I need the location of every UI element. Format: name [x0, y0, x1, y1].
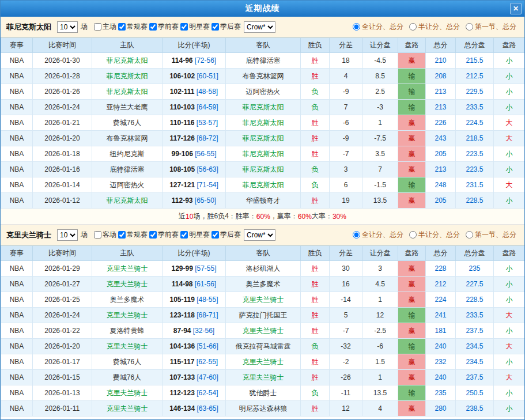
radio-input[interactable] — [466, 23, 473, 31]
full-score: 114-98 — [172, 280, 193, 288]
checkbox-input[interactable] — [211, 23, 219, 31]
over-under-cell: 大 — [494, 115, 525, 131]
point-diff-cell: -2 — [330, 354, 362, 370]
checkbox-input[interactable] — [211, 231, 219, 239]
match-row: NBA2026-01-24亚特兰大老鹰110-103 [64-59]菲尼克斯太阳… — [1, 100, 525, 115]
total-line-cell: 233.5 — [456, 100, 494, 115]
filter-bar-cavaliers: 克里夫兰骑士 10 场 客场常规赛季前赛明星赛季后赛 Crow* 全让分、总分半… — [1, 225, 524, 245]
column-header: 盘路 — [398, 246, 426, 261]
away-team-cell: 克里夫兰骑士 — [226, 370, 301, 385]
table-head: 赛事比赛时间主队比分(半场)客队胜负分差让分盘盘路总分总分盘盘路 — [1, 246, 525, 261]
match-date-cell: 2026-01-15 — [33, 370, 92, 385]
league-cell: NBA — [1, 53, 33, 69]
checkbox-input[interactable] — [149, 231, 157, 239]
over-under-cell: 小 — [494, 385, 525, 401]
filter-radio[interactable]: 第一节、总分 — [466, 22, 516, 32]
games-count-select[interactable]: 10 — [57, 21, 78, 33]
handicap-result-cell: 输 — [398, 177, 426, 193]
half-score: [51-66] — [195, 342, 218, 350]
away-team-cell: 菲尼克斯太阳 — [226, 177, 301, 193]
full-score: 104-136 — [169, 342, 195, 350]
total-points-cell: 240 — [426, 370, 456, 385]
column-header: 比分(半场) — [163, 246, 226, 261]
radio-input[interactable] — [466, 231, 473, 239]
filter-checkbox[interactable]: 季后赛 — [211, 230, 241, 240]
half-score: [64-59] — [195, 103, 218, 111]
handicap-line-cell: 3 — [362, 261, 398, 277]
handicap-result-cell: 赢 — [398, 401, 426, 417]
filter-checkbox[interactable]: 季前赛 — [149, 22, 179, 32]
radio-input[interactable] — [409, 23, 417, 31]
checkbox-input[interactable] — [118, 23, 126, 31]
score-cell: 123-118 [68-71] — [163, 308, 226, 323]
radio-input[interactable] — [409, 231, 417, 239]
filter-radio[interactable]: 全让分、总分 — [353, 230, 403, 240]
full-score: 99-106 — [171, 150, 192, 158]
win-loss-cell: 胜 — [301, 69, 330, 84]
filter-checkbox[interactable]: 主场 — [94, 22, 116, 32]
total-line-cell: 231.5 — [456, 177, 494, 193]
filter-radio[interactable]: 半让分、总分 — [409, 22, 460, 32]
checkbox-input[interactable] — [94, 23, 101, 31]
filter-checkbox[interactable]: 客场 — [94, 230, 116, 240]
close-button[interactable]: ✕ — [510, 3, 522, 14]
match-row: NBA2026-01-20克里夫兰骑士104-136 [51-66]俄克拉荷马城… — [1, 339, 525, 354]
filter-checkbox-group: 客场常规赛季前赛明星赛季后赛 — [94, 230, 241, 240]
filter-checkbox[interactable]: 明星赛 — [180, 22, 210, 32]
over-under-cell: 大 — [494, 339, 525, 354]
filter-checkbox[interactable]: 常规赛 — [118, 22, 148, 32]
handicap-line-cell: 4.5 — [362, 277, 398, 292]
win-loss-cell: 胜 — [301, 146, 330, 162]
filter-checkbox[interactable]: 季前赛 — [149, 230, 179, 240]
filter-checkbox[interactable]: 明星赛 — [180, 230, 210, 240]
checkbox-input[interactable] — [118, 231, 126, 239]
odds-company-select[interactable]: Crow* — [244, 229, 275, 241]
column-header: 总分盘 — [456, 38, 494, 53]
league-cell: NBA — [1, 177, 33, 193]
league-cell: NBA — [1, 193, 33, 209]
away-team-cell: 洛杉矶湖人 — [226, 261, 301, 277]
games-count-select[interactable]: 10 — [57, 229, 78, 241]
home-team-cell: 底特律活塞 — [92, 162, 163, 177]
checkbox-input[interactable] — [180, 231, 188, 239]
filter-checkbox[interactable]: 季后赛 — [211, 22, 241, 32]
win-loss-cell: 胜 — [301, 370, 330, 385]
radio-input[interactable] — [353, 231, 360, 239]
match-date-cell: 2026-01-14 — [33, 177, 92, 193]
win-loss-cell: 胜 — [301, 354, 330, 370]
match-date-cell: 2026-01-22 — [33, 323, 92, 339]
handicap-result-cell: 赢 — [398, 292, 426, 308]
total-line-cell: 234.5 — [456, 339, 494, 354]
radio-input[interactable] — [353, 23, 360, 31]
checkbox-input[interactable] — [149, 23, 157, 31]
filter-radio[interactable]: 半让分、总分 — [409, 230, 460, 240]
column-header: 比赛时间 — [33, 38, 92, 53]
league-cell: NBA — [1, 277, 33, 292]
point-diff-cell: -14 — [330, 292, 362, 308]
win-loss-cell: 胜 — [301, 323, 330, 339]
total-line-cell: 229.5 — [456, 84, 494, 100]
filter-radio[interactable]: 全让分、总分 — [353, 22, 403, 32]
odds-company-select[interactable]: Crow* — [244, 21, 275, 33]
score-cell: 127-121 [71-54] — [163, 177, 226, 193]
over-under-cell: 小 — [494, 292, 525, 308]
checkbox-input[interactable] — [94, 231, 101, 239]
total-line-cell: 224.5 — [456, 115, 494, 131]
handicap-result-cell: 赢 — [398, 354, 426, 370]
filter-checkbox[interactable]: 常规赛 — [118, 230, 148, 240]
filter-radio[interactable]: 第一节、总分 — [466, 230, 516, 240]
handicap-result-cell: 输 — [398, 339, 426, 354]
full-score: 110-116 — [170, 119, 195, 127]
total-points-cell: 213 — [426, 162, 456, 177]
summary-segment: 60% — [298, 213, 312, 221]
half-score: [56-63] — [195, 165, 218, 173]
full-score: 102-111 — [170, 88, 195, 96]
checkbox-label: 常规赛 — [127, 230, 148, 240]
match-date-cell: 2026-01-30 — [33, 53, 92, 69]
checkbox-label: 常规赛 — [127, 22, 148, 32]
table-body: NBA2026-01-30菲尼克斯太阳114-96 [72-56]底特律活塞胜1… — [1, 53, 525, 209]
full-score: 110-103 — [169, 103, 194, 111]
home-team-cell: 克里夫兰骑士 — [92, 277, 163, 292]
match-row: NBA2026-01-12菲尼克斯太阳112-93 [65-50]华盛顿奇才胜1… — [1, 193, 525, 209]
checkbox-input[interactable] — [180, 23, 188, 31]
